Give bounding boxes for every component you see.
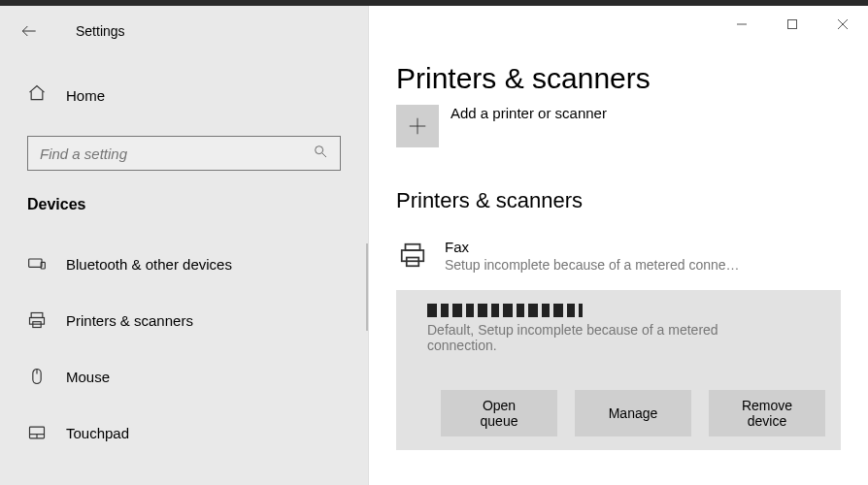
device-item-fax[interactable]: Fax Setup incomplete because of a metere… — [396, 231, 841, 280]
device-actions: Open queue Manage Remove device — [412, 390, 825, 436]
sidebar: Settings Home Devices — [0, 6, 369, 485]
home-nav[interactable]: Home — [27, 76, 341, 114]
remove-device-button[interactable]: Remove device — [709, 390, 825, 436]
add-printer-label: Add a printer or scanner — [451, 105, 607, 121]
category-label: Devices — [27, 196, 341, 213]
nav-label: Mouse — [66, 369, 110, 385]
nav-label: Touchpad — [66, 425, 129, 441]
nav-item-mouse[interactable]: Mouse — [27, 353, 341, 400]
device-status: Default, Setup incomplete because of a m… — [427, 322, 738, 353]
plus-icon — [396, 105, 439, 147]
home-label: Home — [66, 87, 105, 104]
add-printer-button[interactable]: Add a printer or scanner — [396, 105, 841, 147]
redacted-name — [427, 304, 583, 317]
keyboard-devices-icon — [27, 254, 47, 274]
manage-button[interactable]: Manage — [575, 390, 691, 436]
mouse-icon — [27, 367, 47, 386]
sidebar-scrollbar[interactable] — [366, 243, 368, 331]
nav-item-printers[interactable]: Printers & scanners — [27, 297, 341, 343]
nav-label: Bluetooth & other devices — [66, 256, 232, 273]
search-icon — [313, 144, 328, 163]
svg-line-6 — [322, 153, 326, 157]
page-title: Printers & scanners — [396, 62, 841, 95]
search-box[interactable] — [27, 136, 341, 171]
main-panel: Printers & scanners Add a printer or sca… — [369, 6, 868, 485]
device-name — [427, 304, 738, 320]
svg-rect-23 — [402, 250, 424, 261]
device-list: Fax Setup incomplete because of a metere… — [396, 231, 841, 450]
search-input[interactable] — [40, 146, 313, 162]
device-name: Fax — [445, 239, 740, 255]
svg-rect-7 — [29, 259, 42, 267]
touchpad-icon — [27, 423, 47, 442]
open-queue-button[interactable]: Open queue — [441, 390, 557, 436]
device-item-selected[interactable]: Default, Setup incomplete because of a m… — [396, 290, 841, 450]
svg-point-5 — [316, 146, 323, 154]
home-icon — [27, 83, 47, 107]
nav-list: Bluetooth & other devices Printers & sca… — [27, 241, 341, 456]
back-button[interactable] — [10, 12, 49, 50]
svg-rect-13 — [30, 318, 45, 325]
nav-label: Printers & scanners — [66, 312, 193, 329]
device-status: Setup incomplete because of a metered co… — [445, 257, 740, 273]
nav-item-touchpad[interactable]: Touchpad — [27, 409, 341, 456]
svg-rect-12 — [31, 313, 43, 318]
nav-item-bluetooth[interactable]: Bluetooth & other devices — [27, 241, 341, 287]
printer-icon — [396, 239, 429, 270]
printer-icon — [27, 310, 47, 330]
section-title: Printers & scanners — [396, 188, 841, 213]
app-title: Settings — [76, 23, 125, 39]
svg-rect-22 — [406, 244, 420, 250]
